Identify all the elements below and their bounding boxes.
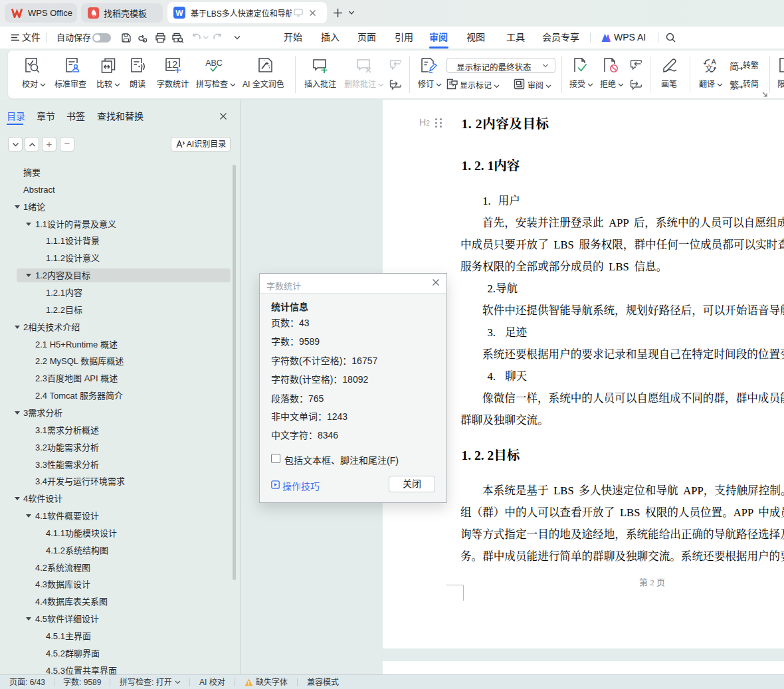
svg-text:A: A [712, 58, 717, 66]
svg-text:12: 12 [167, 58, 178, 70]
svg-text:W: W [175, 9, 183, 18]
svg-text:ABC: ABC [205, 58, 223, 68]
